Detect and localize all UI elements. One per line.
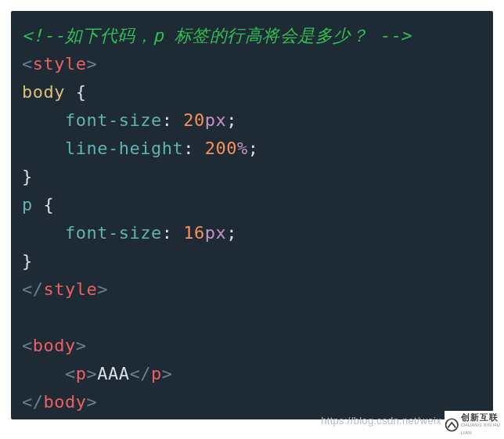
colon: :	[162, 223, 184, 243]
angle-open: <	[65, 364, 76, 383]
angle-close: >	[86, 54, 97, 74]
angle-close: >	[97, 279, 108, 299]
brace-close: }	[22, 167, 33, 186]
tag-body: body	[44, 392, 87, 412]
semicolon: ;	[226, 110, 237, 130]
tag-p: p	[76, 364, 87, 383]
code-block: <!--如下代码，p 标签的行高将会是多少？ --> <style> body …	[11, 11, 493, 419]
brace-close: }	[22, 251, 33, 271]
value-16: 16	[183, 223, 205, 243]
code-line-4: font-size: 20px;	[22, 106, 482, 135]
indent	[22, 364, 65, 383]
selector-body: body	[22, 82, 65, 102]
code-line-6: }	[22, 163, 482, 191]
semicolon: ;	[226, 223, 237, 243]
angle-open: </	[22, 392, 44, 412]
angle-open: </	[129, 364, 151, 383]
unit-px: px	[205, 110, 227, 130]
prop-font-size: font-size	[65, 223, 162, 243]
unit-px: px	[205, 223, 227, 243]
svg-point-0	[446, 419, 458, 430]
comment-open: <!--	[22, 26, 65, 45]
comment-text: 如下代码，p 标签的行高将会是多少？	[65, 26, 369, 45]
code-line-12: <body>	[22, 332, 482, 360]
prop-font-size: font-size	[65, 110, 162, 130]
angle-open: <	[22, 336, 33, 355]
prop-line-height: line-height	[65, 139, 183, 158]
indent	[22, 110, 65, 130]
semicolon: ;	[248, 139, 259, 158]
code-line-3: body {	[22, 78, 482, 106]
brand-logo-cn: 创新互联	[461, 413, 501, 421]
colon: :	[183, 139, 205, 158]
angle-open: <	[22, 54, 33, 74]
code-line-5: line-height: 200%;	[22, 135, 482, 163]
code-line-14: </body>	[22, 388, 482, 416]
brace-open: {	[33, 195, 55, 214]
text-aaa: AAA	[97, 364, 129, 383]
indent	[22, 139, 65, 158]
code-line-11	[22, 304, 482, 332]
value-200: 200	[205, 139, 237, 158]
angle-close: >	[162, 364, 173, 383]
indent	[22, 223, 65, 243]
angle-open: </	[22, 279, 44, 299]
brace-open: {	[65, 82, 87, 102]
angle-close: >	[86, 392, 97, 412]
blank-line	[22, 308, 33, 327]
code-line-13: <p>AAA</p>	[22, 360, 482, 388]
tag-body: body	[33, 336, 76, 355]
brand-logo-en: CHUANG XIN HU LIAN	[461, 421, 501, 437]
brand-logo: 创新互联 CHUANG XIN HU LIAN	[445, 411, 501, 439]
code-line-2: <style>	[22, 50, 482, 78]
value-20: 20	[183, 110, 205, 130]
angle-close: >	[86, 364, 97, 383]
tag-p: p	[151, 364, 162, 383]
unit-percent: %	[237, 139, 248, 158]
comment-close: -->	[379, 26, 411, 45]
watermark-text: https://blog.csdn.net/weix	[321, 415, 441, 426]
tag-style: style	[44, 279, 98, 299]
code-line-10: </style>	[22, 275, 482, 304]
code-line-1: <!--如下代码，p 标签的行高将会是多少？ -->	[22, 22, 482, 50]
brand-logo-icon	[445, 416, 459, 434]
code-line-8: font-size: 16px;	[22, 219, 482, 247]
colon: :	[162, 110, 184, 130]
tag-style: style	[33, 54, 87, 74]
code-line-7: p {	[22, 191, 482, 219]
selector-p: p	[22, 195, 33, 214]
angle-close: >	[76, 336, 87, 355]
brand-logo-text: 创新互联 CHUANG XIN HU LIAN	[461, 413, 501, 437]
code-line-9: }	[22, 247, 482, 275]
